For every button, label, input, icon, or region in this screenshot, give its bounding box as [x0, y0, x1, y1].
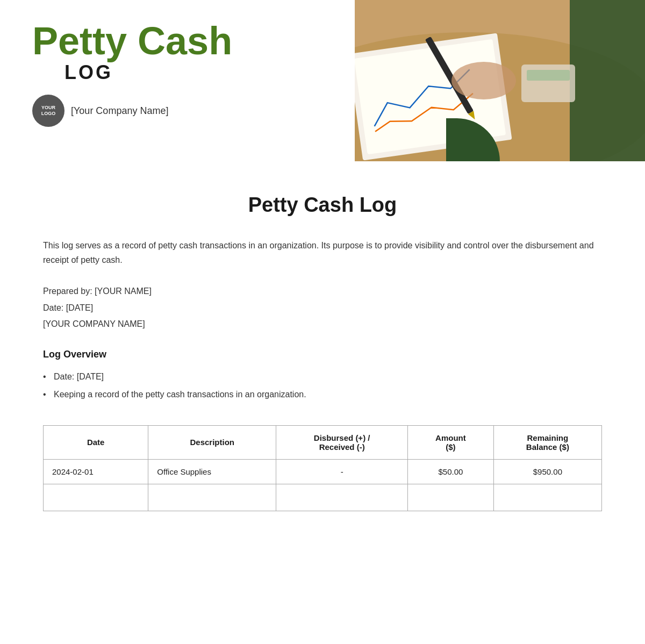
prepared-by-value: [YOUR NAME] — [95, 287, 152, 296]
svg-rect-9 — [527, 70, 570, 81]
cell-amount-2 — [408, 484, 494, 511]
header-title-petty: Petty Cash — [32, 22, 328, 60]
cell-balance-1: $950.00 — [493, 459, 601, 484]
date-line: Date: [DATE] — [43, 300, 602, 316]
page-header: Petty Cash LOG YOURLOGO [Your Company Na… — [0, 0, 645, 161]
svg-rect-7 — [570, 0, 645, 161]
header-left-panel: Petty Cash LOG YOURLOGO [Your Company Na… — [0, 0, 355, 161]
col-header-disbursed: Disbursed (+) /Received (-) — [276, 425, 408, 459]
cell-amount-1: $50.00 — [408, 459, 494, 484]
date-label: Date: — [43, 303, 63, 312]
petty-cash-table: Date Description Disbursed (+) /Received… — [43, 425, 602, 511]
cell-disbursed-1: - — [276, 459, 408, 484]
document-title: Petty Cash Log — [43, 194, 602, 217]
overview-bullet-list: Date: [DATE] Keeping a record of the pet… — [43, 368, 602, 404]
col-header-amount: Amount($) — [408, 425, 494, 459]
svg-point-6 — [452, 62, 516, 99]
col-header-description: Description — [148, 425, 276, 459]
date-value: [DATE] — [66, 303, 93, 312]
col-header-date: Date — [44, 425, 148, 459]
main-content: Petty Cash Log This log serves as a reco… — [0, 161, 645, 533]
cell-description-1: Office Supplies — [148, 459, 276, 484]
cell-description-2 — [148, 484, 276, 511]
cell-balance-2 — [493, 484, 601, 511]
table-header-row: Date Description Disbursed (+) /Received… — [44, 425, 602, 459]
description-paragraph: This log serves as a record of petty cas… — [43, 238, 602, 267]
prepared-by-label: Prepared by: — [43, 287, 92, 296]
cell-date-1: 2024-02-01 — [44, 459, 148, 484]
table-row: 2024-02-01 Office Supplies - $50.00 $950… — [44, 459, 602, 484]
prepared-by-line: Prepared by: [YOUR NAME] — [43, 283, 602, 299]
header-title-log: LOG — [64, 61, 328, 84]
col-header-balance: RemainingBalance ($) — [493, 425, 601, 459]
logo-circle: YOURLOGO — [32, 95, 64, 127]
log-overview-heading: Log Overview — [43, 349, 602, 360]
meta-info-block: Prepared by: [YOUR NAME] Date: [DATE] [Y… — [43, 283, 602, 332]
company-row: YOURLOGO [Your Company Name] — [32, 95, 328, 127]
bullet-item-1: Date: [DATE] — [43, 368, 602, 386]
logo-text: YOURLOGO — [41, 105, 56, 117]
bullet-item-2: Keeping a record of the petty cash trans… — [43, 385, 602, 404]
company-name-line: [YOUR COMPANY NAME] — [43, 316, 602, 332]
cell-disbursed-2 — [276, 484, 408, 511]
table-row-empty — [44, 484, 602, 511]
cell-date-2 — [44, 484, 148, 511]
company-name: [Your Company Name] — [71, 105, 168, 117]
